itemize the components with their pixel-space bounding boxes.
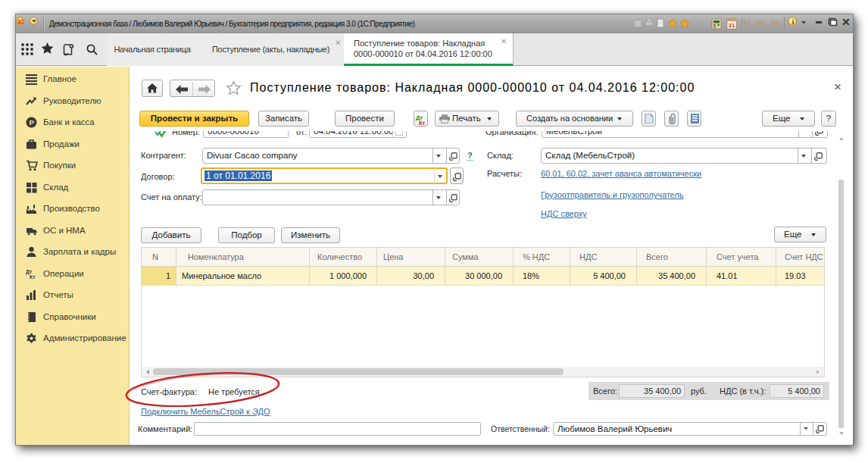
svg-text:P: P bbox=[29, 118, 34, 127]
svg-text:31: 31 bbox=[729, 22, 735, 29]
svg-text:Кт: Кт bbox=[30, 274, 36, 280]
